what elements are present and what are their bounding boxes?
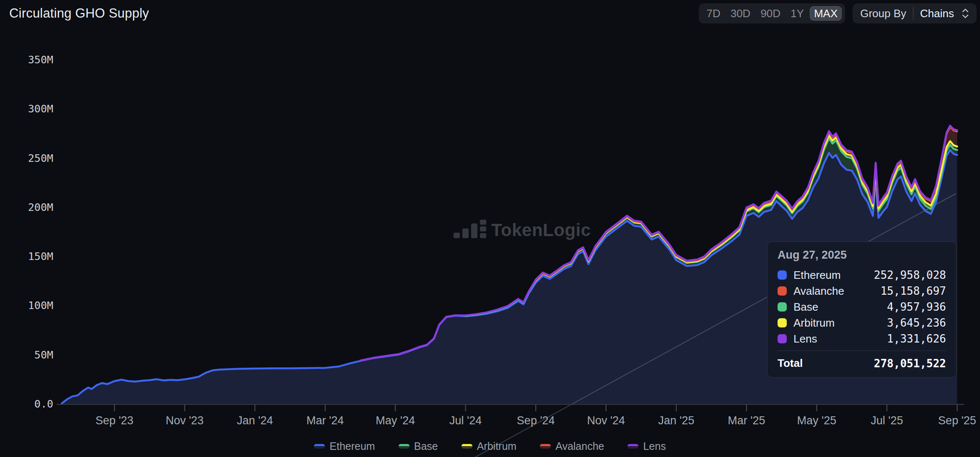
y-axis-label: 100M [28,299,53,312]
tooltip-total-row: Total 278,051,522 [778,351,946,370]
tooltip-series-value: 3,645,236 [887,317,946,329]
tooltip-series-value: 4,957,936 [887,301,946,313]
tooltip-row: Base4,957,936 [778,299,946,314]
tooltip-series-label: Avalanche [793,285,880,298]
chart-tooltip: Aug 27, 2025 Ethereum252,958,028Avalanch… [767,241,957,378]
tooltip-row: Lens1,331,626 [778,331,946,346]
legend-label: Avalanche [555,440,604,452]
legend-swatch-icon [314,444,325,449]
tooltip-series-label: Lens [793,332,887,345]
x-axis-label: Jul '25 [871,414,903,427]
legend-item-base[interactable]: Base [399,440,438,452]
chart-legend: EthereumBaseArbitrumAvalancheLens [0,438,980,454]
x-axis-label: Sep '23 [96,414,134,427]
tooltip-series-label: Base [793,301,887,314]
legend-item-lens[interactable]: Lens [627,440,666,452]
tooltip-total-label: Total [778,357,874,370]
x-axis-label: May '24 [376,414,415,427]
x-axis-label: Sep '25 [938,414,976,427]
series-swatch-icon [778,286,787,296]
x-axis-label: Jan '25 [658,414,694,427]
x-axis-label: Jan '24 [237,414,273,427]
x-axis-label: Nov '23 [166,414,204,427]
series-swatch-icon [778,334,787,343]
y-axis-label: 200M [28,201,53,213]
y-axis-label: 250M [28,152,53,164]
legend-item-ethereum[interactable]: Ethereum [314,440,375,452]
tooltip-date: Aug 27, 2025 [778,249,946,262]
legend-label: Arbitrum [477,440,516,452]
tooltip-row: Avalanche15,158,697 [778,283,946,299]
supply-area-chart[interactable]: 350M300M250M200M150M100M50M0.0Sep '23Nov… [0,0,980,457]
tooltip-row: Arbitrum3,645,236 [778,315,946,330]
legend-item-avalanche[interactable]: Avalanche [540,440,604,452]
tooltip-series-label: Arbitrum [793,317,887,330]
series-swatch-icon [778,318,787,327]
y-axis-label: 350M [28,54,53,66]
y-axis-label: 50M [34,349,53,361]
series-swatch-icon [778,270,787,280]
legend-swatch-icon [461,444,472,449]
y-axis-label: 150M [28,250,53,262]
tooltip-series-value: 15,158,697 [880,285,946,297]
x-axis-label: Mar '24 [306,414,344,427]
legend-swatch-icon [540,444,551,449]
legend-item-arbitrum[interactable]: Arbitrum [461,440,516,452]
series-swatch-icon [778,302,787,312]
tooltip-rows: Ethereum252,958,028Avalanche15,158,697Ba… [778,267,946,346]
tooltip-series-value: 1,331,626 [887,332,946,345]
tooltip-row: Ethereum252,958,028 [778,267,946,283]
x-axis-label: Jul '24 [449,414,482,427]
x-axis-label: May '25 [797,414,837,427]
x-axis-label: Sep '24 [517,414,555,427]
x-axis-label: Nov '24 [587,414,625,427]
tooltip-series-value: 252,958,028 [874,269,946,281]
y-axis-label: 0.0 [34,398,53,410]
tooltip-series-label: Ethereum [793,269,874,282]
legend-label: Base [414,440,438,452]
x-axis-label: Mar '25 [728,414,765,427]
legend-label: Ethereum [329,440,375,452]
legend-swatch-icon [627,444,638,449]
tooltip-total-value: 278,051,522 [874,357,946,370]
legend-label: Lens [643,440,666,452]
legend-swatch-icon [399,444,410,449]
y-axis-label: 300M [28,103,53,115]
